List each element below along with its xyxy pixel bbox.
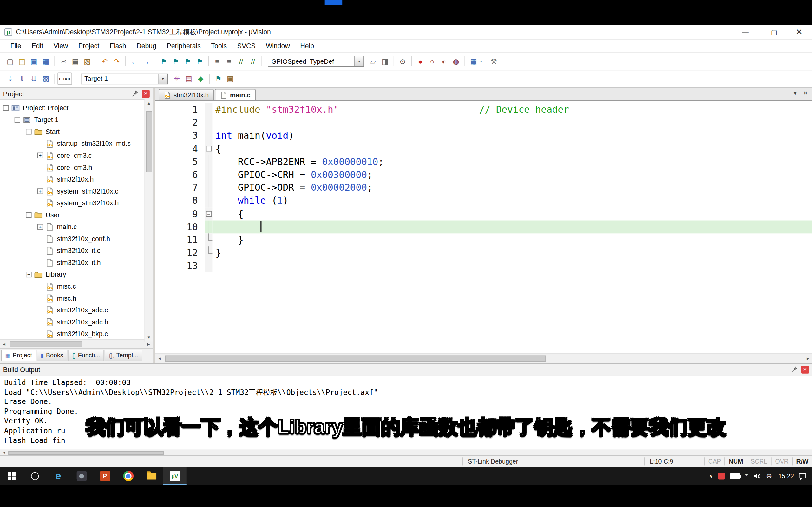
tree-item-misc-c[interactable]: misc.c — [0, 280, 153, 292]
close-window-button[interactable]: ✕ — [790, 26, 808, 38]
copy-button[interactable]: ▤ — [69, 56, 82, 67]
tree-item-system-stm32f10x-c[interactable]: +system_stm32f10x.c — [0, 185, 153, 197]
line-number[interactable]: 7 — [155, 181, 205, 194]
tree-expander-icon[interactable]: − — [26, 129, 32, 135]
tree-item-core-cm3-h[interactable]: core_cm3.h — [0, 161, 153, 173]
line-number[interactable]: 9 — [155, 207, 205, 220]
menu-project[interactable]: Project — [73, 40, 105, 51]
close-document-icon[interactable]: ✕ — [803, 90, 808, 97]
code-text[interactable]: } — [212, 246, 812, 259]
line-number[interactable]: 8 — [155, 194, 205, 207]
fold-margin[interactable] — [205, 259, 212, 272]
indent-button[interactable]: ≡ — [223, 56, 235, 67]
input-indicator-icon[interactable]: ⊕ — [766, 472, 772, 480]
uncomment-button[interactable]: // — [247, 56, 259, 67]
build-output-scrollbar[interactable]: ◄ — [0, 450, 812, 455]
fold-margin[interactable] — [205, 233, 212, 246]
code-line-10[interactable]: 10 — [155, 220, 812, 233]
code-line-1[interactable]: 1#include "stm32f10x.h" // Device header — [155, 103, 812, 116]
disable-breakpoints-button[interactable]: ◐ — [438, 56, 450, 67]
fold-margin[interactable] — [205, 194, 212, 207]
line-number[interactable]: 6 — [155, 168, 205, 181]
chevron-down-icon[interactable]: ▾ — [480, 59, 482, 64]
close-panel-button[interactable]: ✕ — [801, 365, 809, 373]
close-panel-button[interactable]: ✕ — [142, 90, 149, 97]
scroll-right-icon[interactable]: ► — [804, 354, 812, 363]
action-center-icon[interactable] — [798, 471, 807, 481]
fold-collapse-icon[interactable]: − — [206, 211, 212, 216]
battery-icon[interactable] — [730, 473, 740, 479]
debug-windows-dropdown[interactable]: ▦ — [467, 56, 479, 67]
volume-icon[interactable] — [753, 472, 761, 480]
search-button[interactable] — [23, 467, 46, 485]
fold-collapse-icon[interactable]: − — [206, 146, 212, 152]
insert-breakpoint-button[interactable]: ○ — [426, 56, 438, 67]
keil-uvision-icon[interactable]: µV — [163, 467, 186, 485]
menu-flash[interactable]: Flash — [104, 40, 131, 51]
code-text[interactable]: GPIOC->ODR = 0x00002000; — [212, 181, 812, 194]
tree-item-stm32f10x-adc-h[interactable]: stm32f10x_adc.h — [0, 316, 153, 328]
fold-margin[interactable] — [205, 116, 212, 129]
code-line-7[interactable]: 7 GPIOC->ODR = 0x00002000; — [155, 181, 812, 194]
toggle-bookmark-button[interactable]: ⚑ — [158, 56, 170, 67]
line-number[interactable]: 1 — [155, 103, 205, 116]
tree-item-startup-stm32f10x-md-s[interactable]: startup_stm32f10x_md.s — [0, 137, 153, 150]
fold-margin[interactable] — [205, 181, 212, 194]
fold-margin[interactable]: − — [205, 142, 212, 155]
scrollbar-thumb[interactable] — [8, 451, 164, 454]
code-line-4[interactable]: 4−{ — [155, 142, 812, 155]
menu-help[interactable]: Help — [295, 40, 319, 51]
tree-item-stm32f10x-h[interactable]: stm32f10x.h — [0, 173, 153, 185]
save-button[interactable]: ▣ — [28, 56, 40, 67]
line-number[interactable]: 5 — [155, 155, 205, 168]
tree-item-stm32f10x-conf-h[interactable]: stm32f10x_conf.h — [0, 233, 153, 245]
tree-item-stm32f10x-it-h[interactable]: stm32f10x_it.h — [0, 257, 153, 269]
code-line-9[interactable]: 9− { — [155, 207, 812, 220]
menu-svcs[interactable]: SVCS — [232, 40, 260, 51]
code-text[interactable]: GPIOC->CRH = 0x00300000; — [212, 168, 812, 181]
line-number[interactable]: 12 — [155, 246, 205, 259]
tree-expander-icon[interactable]: + — [38, 153, 43, 158]
tree-expander-icon[interactable]: − — [26, 212, 32, 218]
file-explorer-icon[interactable] — [140, 467, 163, 485]
next-bookmark-button[interactable]: ⚑ — [182, 56, 194, 67]
configure-button[interactable]: ⚒ — [488, 56, 500, 67]
tray-app-icon[interactable] — [718, 472, 725, 479]
navigate-forward-button[interactable]: → — [140, 56, 152, 67]
code-text[interactable]: { — [212, 142, 812, 155]
scrollbar-thumb[interactable] — [10, 341, 83, 347]
manage-project-items-button[interactable]: ▤ — [183, 73, 195, 84]
line-number[interactable]: 11 — [155, 233, 205, 246]
save-all-button[interactable]: ▦ — [40, 56, 52, 67]
taskbar-clock[interactable]: 15:22 — [774, 472, 798, 480]
tree-expander-icon[interactable]: − — [14, 117, 20, 123]
kill-breakpoints-button[interactable]: ◍ — [450, 56, 462, 67]
scroll-left-icon[interactable]: ◄ — [155, 354, 164, 363]
line-number[interactable]: 4 — [155, 142, 205, 155]
chevron-down-icon[interactable]: ▾ — [354, 56, 363, 66]
rebuild-button[interactable]: ⇊ — [28, 73, 40, 84]
fold-margin[interactable] — [205, 103, 212, 116]
fold-margin[interactable]: − — [205, 207, 212, 220]
menu-debug[interactable]: Debug — [131, 40, 161, 51]
minimize-button[interactable]: — — [737, 26, 754, 38]
clear-bookmarks-button[interactable]: ⚑ — [194, 56, 206, 67]
target-select-combo[interactable]: Target 1 ▾ — [81, 73, 168, 84]
code-text[interactable]: RCC->APB2ENR = 0x00000010; — [212, 155, 812, 168]
start-stop-debug-button[interactable]: ● — [414, 56, 426, 67]
code-text[interactable]: #include "stm32f10x.h" // Device header — [212, 103, 812, 116]
code-line-3[interactable]: 3int main(void) — [155, 129, 812, 142]
tree-item-stm32f10x-it-c[interactable]: stm32f10x_it.c — [0, 245, 153, 257]
menu-tools[interactable]: Tools — [206, 40, 232, 51]
paste-button[interactable]: ▧ — [81, 56, 93, 67]
fold-margin[interactable] — [205, 129, 212, 142]
code-line-13[interactable]: 13 — [155, 259, 812, 272]
menu-window[interactable]: Window — [261, 40, 295, 51]
tree-item-main-c[interactable]: +main.c — [0, 221, 153, 233]
capture-tool-icon[interactable] — [70, 467, 93, 485]
tree-item-start[interactable]: −Start — [0, 126, 153, 138]
redo-button[interactable]: ↷ — [111, 56, 123, 67]
code-text[interactable] — [212, 220, 812, 233]
tree-item-library[interactable]: −Library — [0, 268, 153, 280]
symbol-combo[interactable]: GPIOSpeed_TypeDef ▾ — [268, 56, 364, 66]
